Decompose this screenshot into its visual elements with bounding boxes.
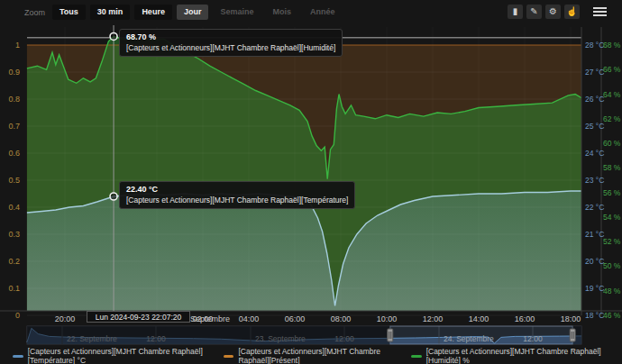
temperature-area [27,191,581,311]
temp-axis-label: 18 °C [585,311,604,320]
x-axis-label: 08:00 [331,314,352,323]
left-axis-label: 0.7 [8,122,20,131]
temp-axis-label: 23 °C [585,176,604,185]
left-axis-label: 0.4 [8,203,20,212]
humidity-axis-label: 56 % [603,188,621,197]
humidity-axis-label: 64 % [603,90,621,99]
chart-svg: 10.90.80.70.60.50.40.30.20.1028 °C27 °C2… [0,0,622,364]
humidity-axis-label: 68 % [603,41,621,50]
temp-axis-label: 24 °C [585,149,604,158]
temp-axis-label: 20 °C [585,257,604,266]
x-axis-label: 06:00 [285,314,306,323]
range-button-annee[interactable]: Année [303,5,343,20]
temp-axis-label: 28 °C [585,41,604,50]
legend-item-temperature[interactable]: [Capteurs et Actionneurs][MJHT Chambre R… [13,347,224,364]
humidity-axis-label: 46 % [603,311,621,320]
range-button-mois[interactable]: Mois [265,5,298,20]
navigator[interactable]: 22. Septembre12:0023. Septembre12:0024. … [27,326,581,344]
temp-axis-label: 19 °C [585,284,604,293]
navigator-window[interactable] [390,326,572,344]
range-selector-toolbar: Zoom Tous 30 min Heure Jour Semaine Mois… [24,5,342,20]
left-axis-label: 0.2 [8,257,20,266]
legend-dash-present [224,355,234,358]
crosshair-marker [110,193,117,200]
x-axis-label: 16:00 [515,314,535,323]
humidity-axis-label: 54 % [603,213,621,222]
temp-axis-label: 27 °C [585,68,604,77]
x-axis-label: 02:00 [193,314,214,323]
legend: [Capteurs et Actionneurs][MJHT Chambre R… [0,350,622,362]
crosshair-marker [110,32,117,40]
humidity-axis-label: 58 % [603,163,621,172]
range-button-jour[interactable]: Jour [177,5,209,20]
legend-dash-humidity [411,355,422,358]
legend-label-humidity: [Capteurs et Actionneurs][MJHT Chambre R… [426,347,609,364]
range-button-semaine[interactable]: Semaine [213,5,261,20]
chart-tool-icons: ▮ ✎ ⚙ ☝ [508,5,580,19]
range-button-heure[interactable]: Heure [134,5,172,20]
battery-icon[interactable]: ▮ [508,5,523,19]
left-axis-label: 0.6 [8,149,20,158]
x-axis-label: 18:00 [561,314,581,323]
left-axis-label: 0.5 [8,176,20,185]
legend-label-temperature: [Capteurs et Actionneurs][MJHT Chambre R… [28,347,224,364]
humidity-axis-label: 66 % [603,65,621,74]
x-axis-label: 20:00 [55,314,76,323]
left-axis-label: 0.8 [8,95,20,104]
x-axis-label: 14:00 [469,314,489,323]
humidity-axis-label: 60 % [603,139,621,148]
chart-canvas[interactable]: 10.90.80.70.60.50.40.30.20.1028 °C27 °C2… [0,0,622,364]
legend-label-present: [Capteurs et Actionneurs][MJHT Chambre R… [238,347,410,364]
hamburger-menu-icon[interactable] [593,7,607,18]
humidity-axis-label: 52 % [603,237,621,246]
legend-item-humidity[interactable]: [Capteurs et Actionneurs][MJHT Chambre R… [411,347,609,364]
left-axis-label: 1 [15,41,20,50]
hand-icon[interactable]: ☝ [564,5,580,19]
gear-icon[interactable]: ⚙ [545,5,561,19]
range-button-tous[interactable]: Tous [52,5,86,20]
left-axis-label: 0.1 [8,284,20,293]
temp-axis-label: 22 °C [585,203,604,212]
series-fills [27,37,581,312]
temp-axis-label: 21 °C [585,230,604,239]
humidity-axis-label: 62 % [603,114,621,123]
legend-dash-temperature [13,355,23,358]
navigator-handle-left[interactable] [388,329,393,341]
temp-axis-label: 26 °C [585,95,604,104]
temp-axis-label: 25 °C [585,122,604,131]
navigator-handle-right[interactable] [570,329,575,341]
left-axis-label: 0 [15,311,20,320]
humidity-axis-label: 48 % [603,287,621,296]
x-axis-label: 04:00 [239,314,260,323]
left-axis-label: 0.9 [8,68,20,77]
left-axis-label: 0.3 [8,230,20,239]
pencil-icon[interactable]: ✎ [526,5,542,19]
x-axis-label: 12:00 [423,314,444,323]
zoom-label: Zoom [24,8,45,17]
range-button-30min[interactable]: 30 min [90,5,131,20]
x-axis-label: 10:00 [377,314,398,323]
navigator-mask-left [27,326,390,344]
humidity-axis-label: 50 % [603,261,621,270]
legend-item-present[interactable]: [Capteurs et Actionneurs][MJHT Chambre R… [224,347,411,364]
